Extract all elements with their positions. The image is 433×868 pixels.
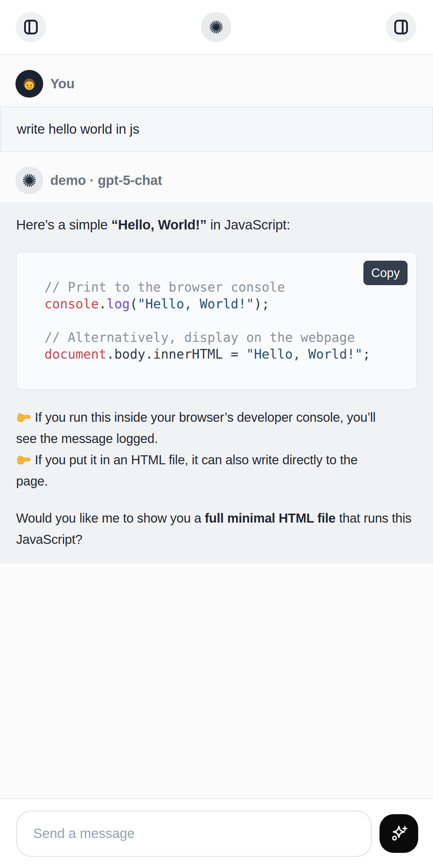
starburst-icon [22,173,37,188]
code-block: Copy // Print to the browser consolecons… [16,252,417,390]
user-avatar [16,70,43,98]
assistant-avatar [16,166,43,194]
copy-code-button[interactable]: Copy [363,261,407,285]
code-line: // Print to the browser console [44,279,403,296]
send-button[interactable] [379,814,418,853]
spinner-icon [209,20,224,34]
intro-prefix: Here’s a simple [16,217,112,232]
assistant-message-header: demo · gpt-5-chat [0,152,433,202]
pointing-hand-emoji [16,453,31,466]
closing-paragraph: Would you like me to show you a full min… [16,507,417,550]
code-line: console.log("Hello, World!"); [44,296,403,312]
user-message-text: write hello world in js [17,121,140,136]
composer-bar [0,798,433,868]
tips-paragraph: If you run this inside your browser’s de… [16,407,417,492]
assistant-author-label: demo · gpt-5-chat [50,173,162,188]
right-panel-toggle-button[interactable] [386,12,416,42]
chat-scroll-area[interactable]: You write hello world in js [0,55,433,798]
user-author-label: You [50,76,74,92]
model-spinner-button[interactable] [201,12,231,42]
user-message-header: You [0,55,433,106]
assistant-message-bubble: Here’s a simple “Hello, World!” in JavaS… [0,202,433,563]
code-line [44,312,403,329]
message-input[interactable] [17,811,371,857]
code-content: // Print to the browser consoleconsole.l… [44,279,403,363]
intro-bold: “Hello, World!” [112,217,207,232]
assistant-intro-paragraph: Here’s a simple “Hello, World!” in JavaS… [16,214,417,236]
chat-app: You write hello world in js [0,0,433,868]
sparkles-icon [389,824,409,843]
person-emoji [20,74,39,93]
code-line: document.body.innerHTML = "Hello, World!… [44,346,403,363]
closing-bold: full minimal HTML file [205,511,336,525]
pointing-hand-emoji [16,410,31,423]
user-message-bubble: write hello world in js [0,106,433,152]
top-bar [0,0,433,55]
intro-suffix: in JavaScript: [207,217,290,232]
sidebar-toggle-button[interactable] [16,12,46,42]
code-line: // Alternatively, display on the webpage [44,329,403,346]
panel-left-icon [23,19,39,35]
empty-scroll-space [0,563,433,798]
closing-prefix: Would you like me to show you a [16,511,205,525]
panel-right-icon [393,19,409,35]
